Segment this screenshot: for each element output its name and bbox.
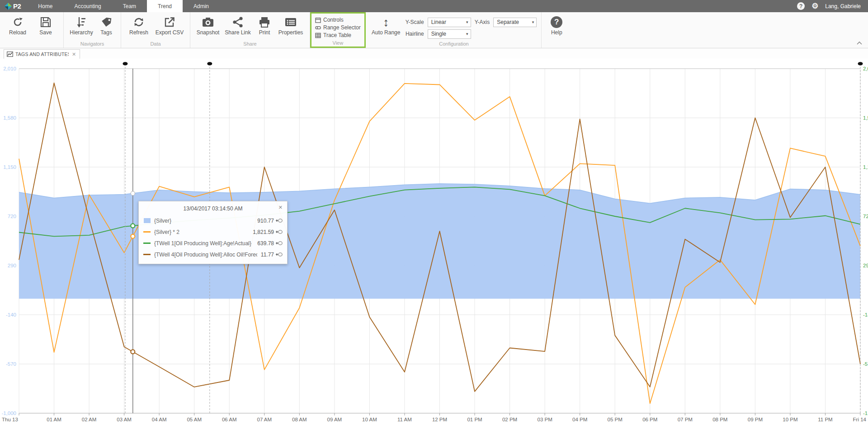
range-selector-handle[interactable] [207,62,212,65]
save-button[interactable]: Save [33,14,59,36]
trace-table-icon [315,33,321,38]
y-axis-select[interactable]: Separate ▾ [493,18,537,27]
p2-logo: P2 [0,0,27,12]
x-axis-label: 01 PM [467,417,482,422]
range-selector-handle[interactable] [123,62,127,65]
refresh-button[interactable]: Refresh [126,14,152,36]
y-axis-right-label: -570 [863,361,868,367]
series-name: {Silver} * 2 [154,229,249,235]
tags-icon [100,16,112,28]
menu-item-team[interactable]: Team [112,0,147,12]
x-axis-label: 06 AM [222,417,237,422]
user-name[interactable]: Lang, Gabriele [825,3,861,9]
series-swatch [143,231,151,233]
x-axis-label: Fri 14 [853,417,867,422]
properties-button[interactable]: Properties [276,14,305,36]
x-axis-label: 03 PM [538,417,552,422]
x-axis-label: 10 AM [362,417,377,422]
print-button[interactable]: Print [255,14,274,36]
x-axis-label: 12 PM [432,417,447,422]
reload-label: Reload [9,29,26,36]
chevron-down-icon: ▾ [466,32,468,36]
tab-close-icon[interactable]: ✕ [71,51,76,57]
gear-icon[interactable]: ⚙ [811,2,819,10]
tooltip-close-icon[interactable]: ✕ [278,205,283,210]
top-bar-right: ? ⚙ Lang, Gabriele [797,0,868,12]
tags-label: Tags [100,29,112,36]
tab-tags-and-attributes[interactable]: TAGS AND ATTRIBUTES T ✕ [4,49,80,59]
hierarchy-label: Hierarchy [70,29,93,36]
view-controls-item[interactable]: Controls [315,17,361,23]
group-label-share: Share [243,41,256,47]
hierarchy-icon [75,16,87,28]
tooltip-row: {Silver} 910.77 [143,215,283,226]
ribbon-group-data: Refresh Export CSV Data [121,12,190,48]
view-trace-table-item[interactable]: Trace Table [315,32,361,38]
help-icon[interactable]: ? [797,2,805,10]
pin-trace-icon[interactable] [276,241,283,246]
menu-item-admin[interactable]: Admin [183,0,220,12]
save-label: Save [39,29,52,36]
share-link-button[interactable]: Share Link [223,14,253,36]
auto-range-button[interactable]: ↕ Auto Range [371,14,401,36]
series-value: 910.77 [257,218,274,224]
collapse-ribbon-icon[interactable] [856,41,863,45]
y-axis-left-label: -140 [6,312,16,317]
range-selector-handle[interactable] [858,62,863,65]
export-csv-button[interactable]: Export CSV [154,14,185,36]
hairline-marker-0 [131,191,135,196]
help-button[interactable]: ? Help [546,14,567,36]
menu-item-trend[interactable]: Trend [147,0,183,12]
snapshot-label: Snapshot [197,29,220,36]
y-axis-right-label: -1,000 [863,410,868,416]
trace-table-label: Trace Table [323,32,351,38]
ribbon-group-share: Snapshot Share Link Print [190,12,310,48]
y-axis-label: Y-Axis [475,19,490,25]
y-axis-right-label: 2,010 [863,66,868,71]
chart-area: 2,0102,0101,5801,5801,1501,1507207202902… [0,59,868,429]
tags-button[interactable]: Tags [96,14,116,36]
series-value: 11.77 [261,252,274,258]
hairline-select[interactable]: Single ▾ [428,29,471,39]
y-axis-right-label: 290 [863,263,868,268]
hairline-marker-2 [131,224,135,228]
x-axis-label: 06 PM [642,417,657,422]
export-csv-label: Export CSV [156,29,184,36]
y-axis-left-label: -1,000 [1,410,16,416]
hairline-marker-1 [131,234,135,238]
y-scale-value: Linear [431,19,446,25]
x-axis-label: Thu 13 [2,417,18,422]
y-axis-left-label: 2,010 [3,66,16,71]
x-axis-label: 09 AM [327,417,342,422]
menu-item-home[interactable]: Home [27,0,63,12]
reload-icon [12,16,24,28]
group-label-configuration: Configuration [439,41,468,47]
pin-trace-icon[interactable] [276,229,283,234]
snapshot-button[interactable]: Snapshot [195,14,221,36]
auto-range-label: Auto Range [372,29,400,36]
hairline-label: Hairline [406,31,424,37]
properties-icon [284,16,297,28]
menu-item-accounting[interactable]: Accounting [63,0,112,12]
p2-logo-text: P2 [13,2,21,10]
view-range-selector-item[interactable]: Range Selector [315,24,361,31]
top-bar: P2 Home Accounting Team Trend Admin ? ⚙ … [0,0,868,12]
share-link-label: Share Link [225,29,250,36]
ribbon-group-navigators: Hierarchy Tags Navigators [64,12,121,48]
y-scale-select[interactable]: Linear ▾ [428,18,471,27]
p2-logo-icon [5,3,12,10]
ribbon-group-view: Controls Range Selector Trace Table [310,12,366,48]
x-axis-label: 09 PM [748,417,763,422]
print-icon [259,16,270,28]
reload-button[interactable]: Reload [5,14,31,36]
pin-trace-icon[interactable] [276,218,283,223]
auto-range-icon: ↕ [383,16,389,28]
trend-chart[interactable]: 2,0102,0101,5801,5801,1501,1507207202902… [0,59,868,429]
refresh-label: Refresh [129,29,148,36]
x-axis-label: 08 AM [292,417,307,422]
trend-chart-icon [7,51,13,57]
pin-trace-icon[interactable] [276,252,283,257]
x-axis-label: 03 AM [117,417,132,422]
x-axis-label: 08 PM [712,417,727,422]
hierarchy-button[interactable]: Hierarchy [68,14,94,36]
